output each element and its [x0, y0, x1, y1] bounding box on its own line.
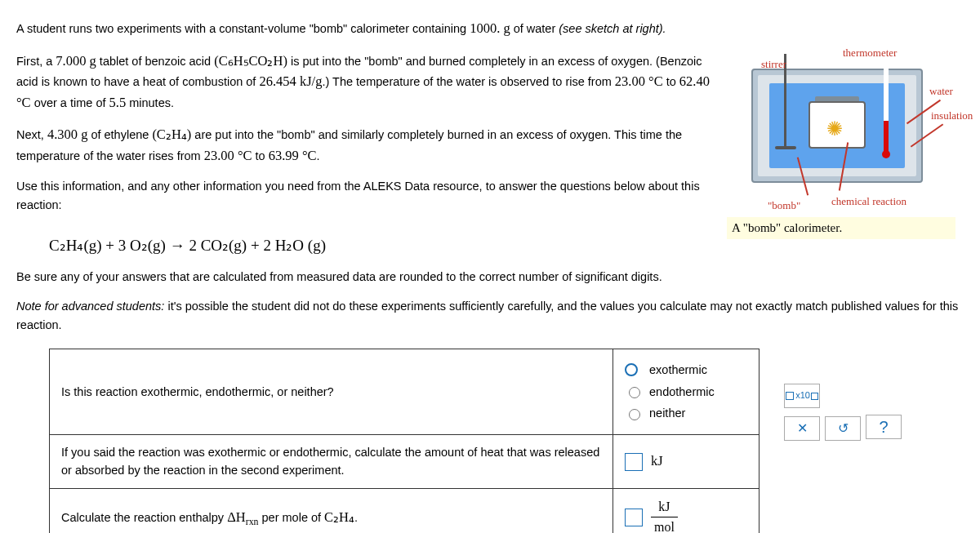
q3-answer-input[interactable] — [625, 509, 643, 526]
radio-neither[interactable]: neither — [625, 404, 747, 422]
paragraph-3: Next, 4.300 g of ethylene (C₂H₄) are put… — [16, 124, 714, 166]
paragraph-1: A student runs two experiments with a co… — [16, 18, 714, 39]
sci-notation-button[interactable]: x10 — [784, 384, 820, 408]
label-insulation: insulation — [931, 108, 973, 124]
q2-prompt: If you said the reaction was exothermic … — [50, 434, 613, 488]
label-thermometer: thermometer — [843, 45, 897, 61]
label-chemical-reaction: chemical reaction — [831, 193, 906, 210]
q2-unit: kJ — [651, 453, 663, 469]
diagram-caption: A "bomb" calorimeter. — [727, 217, 956, 239]
help-button[interactable]: ? — [866, 415, 902, 439]
q2-answer-input[interactable] — [625, 453, 643, 471]
radio-endothermic[interactable]: endothermic — [625, 383, 747, 401]
reset-button[interactable]: ↺ — [825, 416, 861, 441]
spark-icon: ✺ — [826, 113, 843, 144]
calorimeter-diagram: ✺ stirrer thermometer water insulation "… — [727, 18, 964, 225]
label-stirrer: stirrer — [761, 56, 786, 73]
helper-toolbar: x10 ✕ ↺ ? — [784, 384, 903, 441]
clear-button[interactable]: ✕ — [784, 416, 820, 441]
q3-unit: kJmol — [651, 497, 678, 534]
paragraph-5: Be sure any of your answers that are cal… — [16, 268, 964, 286]
q1-prompt: Is this reaction exothermic, endothermic… — [50, 349, 613, 434]
label-bomb: "bomb" — [768, 198, 800, 214]
question-table: Is this reaction exothermic, endothermic… — [49, 349, 760, 533]
q3-prompt: Calculate the reaction enthalpy ΔHrxn pe… — [50, 488, 613, 533]
paragraph-2: First, a 7.000 g tablet of benzoic acid … — [16, 51, 714, 113]
paragraph-4: Use this information, and any other info… — [16, 177, 714, 214]
problem-text: A student runs two experiments with a co… — [16, 18, 727, 225]
paragraph-6: Note for advanced students: it's possibl… — [16, 297, 964, 334]
label-water: water — [929, 83, 953, 100]
radio-exothermic[interactable]: exothermic — [625, 361, 747, 379]
